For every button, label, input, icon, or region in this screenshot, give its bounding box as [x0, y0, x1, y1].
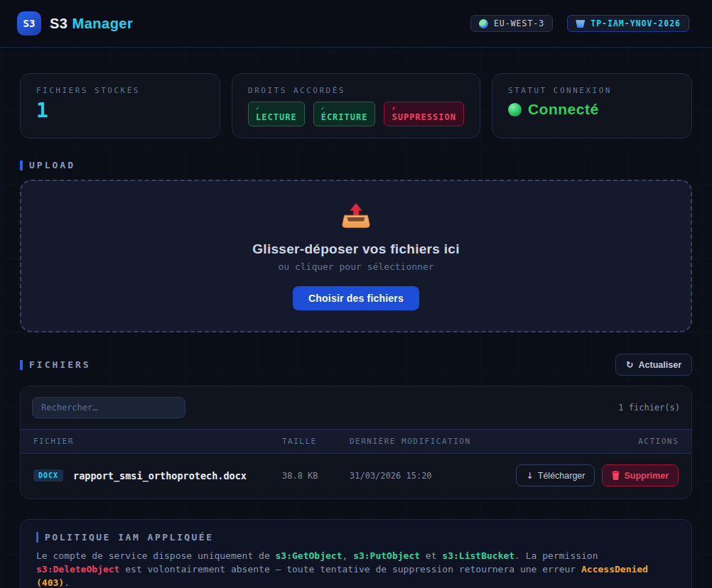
upload-section-title-text: UPLOAD: [29, 160, 75, 170]
files-section-title: FICHIERS: [20, 359, 91, 370]
col-header-fichier: FICHIER: [33, 437, 282, 446]
col-header-taille: TAILLE: [282, 437, 350, 446]
file-modified: 31/03/2026 15:20: [350, 471, 516, 481]
granted-rights-card: DROITS ACCORDÉS ✓ LECTURE ✓ ÉCRITURE ✗ S…: [232, 73, 480, 138]
policy-text-segment: ,: [342, 550, 353, 561]
table-header: FICHIER TAILLE DERNIÈRE MODIFICATION ACT…: [21, 429, 691, 454]
bucket-icon: [576, 19, 585, 28]
dropzone-title: Glisser-déposer vos fichiers ici: [252, 241, 460, 257]
cross-icon: ✗: [392, 105, 455, 112]
section-accent-bar: [20, 360, 23, 370]
permission-chip-suppression: ✗ SUPPRESSION: [384, 102, 463, 126]
section-accent-bar: [20, 160, 23, 170]
delete-button-label: Supprimer: [624, 471, 669, 481]
permission-chip-ecriture: ✓ ÉCRITURE: [313, 102, 376, 126]
permission-chip-lecture: ✓ LECTURE: [248, 102, 305, 126]
check-icon: ✓: [256, 105, 297, 112]
policy-text-segment: s3:ListBucket: [442, 550, 514, 561]
connection-status-value: Connecté: [528, 101, 599, 118]
bucket-badge-label: TP-IAM-YNOV-2026: [590, 18, 681, 28]
upload-section-title: UPLOAD: [20, 160, 75, 170]
app-header: S3 S3 Manager EU-WEST-3 TP-IAM-YNOV-2026: [0, 0, 712, 48]
files-toolbar: 1 fichier(s): [21, 386, 691, 429]
globe-icon: [479, 19, 488, 28]
s3-logo: S3: [17, 11, 41, 36]
main-content: FICHIERS STOCKÉS 1 DROITS ACCORDÉS ✓ LEC…: [20, 73, 692, 588]
trash-icon: [612, 471, 620, 480]
permission-label: LECTURE: [256, 112, 297, 122]
policy-text-segment: . La permission: [514, 550, 598, 561]
iam-policy-title-text: POLITIQUE IAM APPLIQUÉE: [45, 532, 214, 543]
refresh-button-label: Actualiser: [639, 360, 681, 370]
region-badge-label: EU-WEST-3: [494, 18, 544, 28]
check-icon: ✓: [321, 105, 368, 112]
file-type-badge: DOCX: [33, 469, 63, 481]
header-badges: EU-WEST-3 TP-IAM-YNOV-2026: [470, 15, 689, 32]
iam-policy-panel: POLITIQUE IAM APPLIQUÉE Le compte de ser…: [20, 519, 692, 588]
app-title: S3 Manager: [50, 16, 133, 32]
policy-text-segment: s3:PutObject: [353, 550, 420, 561]
brand: S3 S3 Manager: [17, 11, 133, 36]
row-actions: ↓ Télécharger Supprimer: [516, 464, 679, 486]
stored-files-count: 1: [36, 101, 204, 121]
stats-row: FICHIERS STOCKÉS 1 DROITS ACCORDÉS ✓ LEC…: [20, 73, 692, 138]
stored-files-label: FICHIERS STOCKÉS: [36, 86, 204, 95]
delete-button[interactable]: Supprimer: [602, 464, 679, 486]
page: S3 S3 Manager EU-WEST-3 TP-IAM-YNOV-2026…: [0, 0, 712, 588]
upload-section-head: UPLOAD: [20, 160, 692, 170]
connection-status: Connecté: [508, 101, 676, 118]
download-button[interactable]: ↓ Télécharger: [516, 464, 595, 486]
dropzone-subtitle: ou cliquer pour sélectionner: [278, 261, 433, 272]
refresh-icon: ↻: [626, 359, 633, 370]
policy-text-segment: s3:DeleteObject: [36, 564, 119, 575]
download-icon: ↓: [526, 470, 533, 481]
col-header-modification: DERNIÈRE MODIFICATION: [350, 437, 638, 446]
policy-text-segment: Le compte de service dispose uniquement …: [36, 550, 276, 561]
connection-status-card: STATUT CONNEXION Connecté: [492, 73, 692, 138]
iam-policy-title: POLITIQUE IAM APPLIQUÉE: [36, 532, 676, 543]
green-dot-icon: [508, 103, 522, 116]
files-section-title-text: FICHIERS: [29, 359, 91, 370]
permission-chips: ✓ LECTURE ✓ ÉCRITURE ✗ SUPPRESSION: [248, 102, 464, 126]
upload-dropzone[interactable]: Glisser-déposer vos fichiers ici ou cliq…: [20, 180, 692, 332]
region-badge: EU-WEST-3: [470, 15, 553, 32]
download-button-label: Télécharger: [538, 471, 586, 481]
refresh-button[interactable]: ↻ Actualiser: [615, 354, 692, 376]
outbox-tray-icon: [340, 202, 372, 233]
table-row: DOCX rapport_smsi_orthoprotech.docx 38.8…: [21, 454, 691, 499]
policy-text-segment: est volontairement absente — toute tenta…: [119, 564, 581, 575]
search-input[interactable]: [32, 397, 185, 418]
choose-files-button[interactable]: Choisir des fichiers: [293, 286, 419, 310]
file-size: 38.8 KB: [282, 471, 350, 481]
connection-status-label: STATUT CONNEXION: [508, 86, 676, 95]
policy-text-segment: .: [64, 577, 70, 588]
permission-label: SUPPRESSION: [392, 112, 455, 122]
policy-text-segment: s3:GetObject: [276, 550, 342, 561]
app-title-primary: S3: [50, 16, 68, 31]
stored-files-card: FICHIERS STOCKÉS 1: [20, 73, 220, 138]
files-section-head: FICHIERS ↻ Actualiser: [20, 354, 692, 376]
files-count: 1 fichier(s): [618, 403, 680, 413]
col-header-actions: ACTIONS: [638, 437, 679, 446]
iam-policy-text: Le compte de service dispose uniquement …: [36, 550, 676, 588]
policy-text-segment: et: [420, 550, 442, 561]
granted-rights-label: DROITS ACCORDÉS: [248, 86, 464, 95]
app-title-accent: Manager: [72, 16, 134, 31]
bucket-badge: TP-IAM-YNOV-2026: [567, 15, 689, 32]
permission-label: ÉCRITURE: [321, 112, 368, 122]
files-panel: 1 fichier(s) FICHIER TAILLE DERNIÈRE MOD…: [20, 386, 692, 499]
file-name: rapport_smsi_orthoprotech.docx: [73, 470, 247, 481]
section-accent-bar: [36, 532, 38, 543]
file-cell: DOCX rapport_smsi_orthoprotech.docx: [33, 469, 282, 481]
